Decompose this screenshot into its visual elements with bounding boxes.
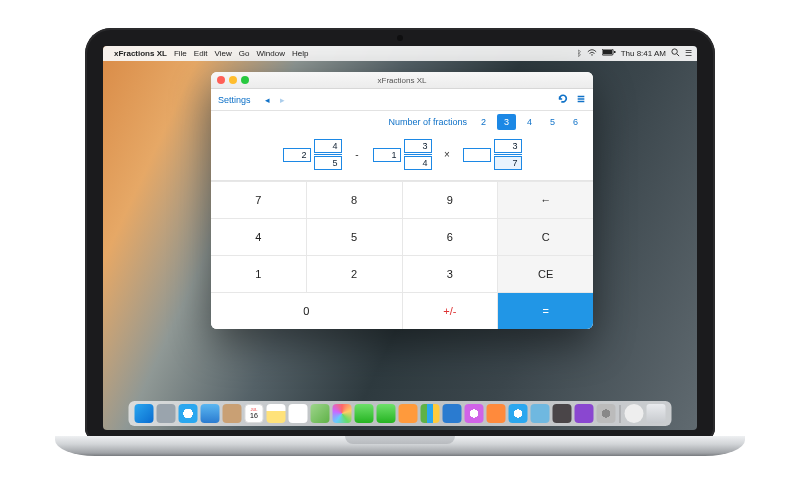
key-7[interactable]: 7 — [211, 182, 306, 218]
key-9[interactable]: 9 — [403, 182, 498, 218]
toolbar: Settings ◂ ▸ — [211, 89, 593, 111]
os-menubar: xFractions XL File Edit View Go Window H… — [103, 46, 697, 61]
menubar-help[interactable]: Help — [292, 49, 308, 58]
keypad: 7 8 9 ← 4 5 6 C 1 2 3 CE 0 +/- = — [211, 181, 593, 329]
fraction-2-denominator[interactable]: 4 — [404, 156, 432, 170]
count-option-2[interactable]: 2 — [474, 114, 493, 130]
dock-xfractions-icon[interactable] — [575, 404, 594, 423]
dock-maps-icon[interactable] — [311, 404, 330, 423]
fraction-1-numerator[interactable]: 4 — [314, 139, 342, 153]
settings-button[interactable]: Settings — [218, 95, 251, 105]
menubar-status: ᛒ Thu 8:41 AM ☰ — [577, 48, 692, 59]
dock: JUL16 — [129, 401, 672, 426]
battery-icon[interactable] — [602, 49, 616, 58]
nav-back-button[interactable]: ◂ — [265, 95, 270, 105]
dock-keynote-icon[interactable] — [443, 404, 462, 423]
dock-ibooks-icon[interactable] — [487, 404, 506, 423]
key-6[interactable]: 6 — [403, 219, 498, 255]
clock[interactable]: Thu 8:41 AM — [621, 49, 666, 58]
svg-line-4 — [677, 54, 679, 56]
key-4[interactable]: 4 — [211, 219, 306, 255]
dock-appstore-icon[interactable] — [509, 404, 528, 423]
fraction-1: 2 4 5 — [283, 139, 342, 170]
dock-dictionary-icon[interactable] — [553, 404, 572, 423]
dock-pages-icon[interactable] — [399, 404, 418, 423]
fraction-2: 1 3 4 — [373, 139, 432, 170]
menubar-window[interactable]: Window — [256, 49, 284, 58]
svg-rect-2 — [614, 51, 616, 53]
menubar-go[interactable]: Go — [239, 49, 250, 58]
laptop-notch — [345, 436, 455, 444]
fraction-2-numerator[interactable]: 3 — [404, 139, 432, 153]
count-option-6[interactable]: 6 — [566, 114, 585, 130]
key-5[interactable]: 5 — [307, 219, 402, 255]
fraction-3-whole[interactable] — [463, 148, 491, 162]
dock-safari-icon[interactable] — [179, 404, 198, 423]
dock-messages-icon[interactable] — [355, 404, 374, 423]
dock-numbers-icon[interactable] — [421, 404, 440, 423]
fraction-bar — [494, 154, 522, 155]
key-equals[interactable]: = — [498, 293, 593, 329]
undo-icon[interactable] — [558, 94, 568, 106]
titlebar[interactable]: xFractions XL — [211, 72, 593, 89]
dock-trash-icon[interactable] — [647, 404, 666, 423]
fraction-2-whole[interactable]: 1 — [373, 148, 401, 162]
laptop-frame: xFractions XL File Edit View Go Window H… — [85, 28, 715, 442]
nav-buttons: ◂ ▸ — [265, 95, 285, 105]
svg-point-3 — [672, 49, 677, 54]
fraction-3: 3 7 — [463, 139, 522, 170]
dock-facetime-icon[interactable] — [377, 404, 396, 423]
key-clear-entry[interactable]: CE — [498, 256, 593, 292]
menubar-edit[interactable]: Edit — [194, 49, 208, 58]
count-option-4[interactable]: 4 — [520, 114, 539, 130]
fraction-bar — [314, 154, 342, 155]
app-window: xFractions XL Settings ◂ ▸ Number of fra… — [211, 72, 593, 329]
wifi-icon[interactable] — [587, 49, 597, 59]
fraction-1-denominator[interactable]: 5 — [314, 156, 342, 170]
fraction-expression: 2 4 5 - 1 3 4 × — [211, 133, 593, 181]
dock-launchpad-icon[interactable] — [157, 404, 176, 423]
operator-2[interactable]: × — [441, 148, 454, 161]
spotlight-icon[interactable] — [671, 48, 680, 59]
list-icon[interactable] — [576, 94, 586, 106]
menubar-view[interactable]: View — [215, 49, 232, 58]
nav-forward-button[interactable]: ▸ — [280, 95, 285, 105]
key-backspace[interactable]: ← — [498, 182, 593, 218]
desktop: xFractions XL File Edit View Go Window H… — [103, 46, 697, 430]
dock-preview-icon[interactable] — [531, 404, 550, 423]
camera-dot — [397, 35, 403, 41]
fraction-bar — [404, 154, 432, 155]
fraction-3-denominator[interactable]: 7 — [494, 156, 522, 170]
dock-calendar-icon[interactable]: JUL16 — [245, 404, 264, 423]
key-0[interactable]: 0 — [211, 293, 402, 329]
dock-notes-icon[interactable] — [267, 404, 286, 423]
dock-mail-icon[interactable] — [201, 404, 220, 423]
key-clear[interactable]: C — [498, 219, 593, 255]
key-2[interactable]: 2 — [307, 256, 402, 292]
dock-itunes-icon[interactable] — [465, 404, 484, 423]
dock-downloads-icon[interactable] — [625, 404, 644, 423]
dock-reminders-icon[interactable] — [289, 404, 308, 423]
fraction-count-row: Number of fractions 2 3 4 5 6 — [211, 111, 593, 133]
count-option-3[interactable]: 3 — [497, 114, 516, 130]
operator-1[interactable]: - — [351, 148, 364, 161]
menubar-app[interactable]: xFractions XL — [114, 49, 167, 58]
dock-finder-icon[interactable] — [135, 404, 154, 423]
key-8[interactable]: 8 — [307, 182, 402, 218]
dock-settings-icon[interactable] — [597, 404, 616, 423]
menubar-items: xFractions XL File Edit View Go Window H… — [114, 49, 308, 58]
dock-separator — [620, 405, 621, 423]
menubar-file[interactable]: File — [174, 49, 187, 58]
window-title: xFractions XL — [211, 76, 593, 85]
bluetooth-icon[interactable]: ᛒ — [577, 49, 582, 58]
key-3[interactable]: 3 — [403, 256, 498, 292]
key-1[interactable]: 1 — [211, 256, 306, 292]
fraction-3-numerator[interactable]: 3 — [494, 139, 522, 153]
dock-photos-icon[interactable] — [333, 404, 352, 423]
key-plus-minus[interactable]: +/- — [403, 293, 498, 329]
count-option-5[interactable]: 5 — [543, 114, 562, 130]
fraction-1-whole[interactable]: 2 — [283, 148, 311, 162]
dock-contacts-icon[interactable] — [223, 404, 242, 423]
svg-rect-1 — [603, 50, 612, 54]
menu-extra-icon[interactable]: ☰ — [685, 49, 692, 58]
